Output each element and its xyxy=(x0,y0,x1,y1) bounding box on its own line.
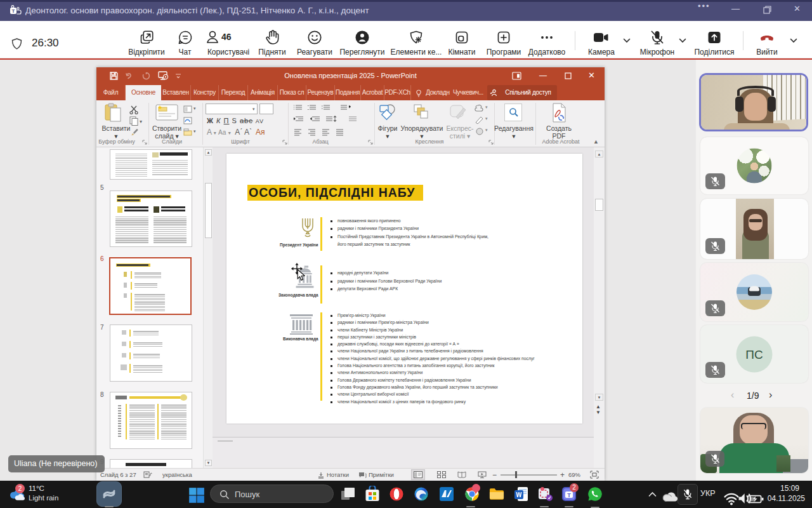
svg-text:T: T xyxy=(12,8,15,14)
svg-text:46: 46 xyxy=(221,32,232,42)
svg-text:T: T xyxy=(567,492,571,498)
